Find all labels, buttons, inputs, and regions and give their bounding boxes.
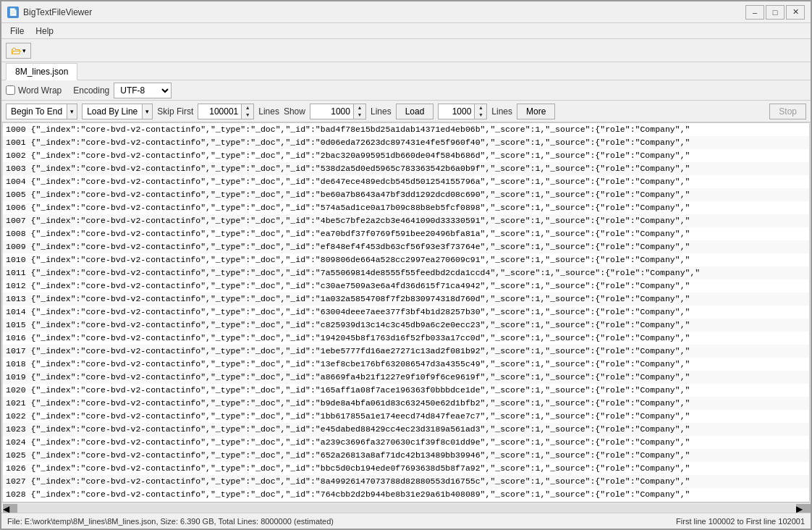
toolbar-load: Begin To End ▾ Load By Line ▾ Skip First… [1,101,811,122]
more-button[interactable]: More [517,104,555,119]
load-by-line-label: Load By Line [83,104,143,119]
table-row: 1004 {"_index":"core-bvd-v2-contactinfo"… [3,175,809,188]
skip-first-label: Skip First [157,106,193,117]
folder-icon: 🗁 [11,45,21,56]
status-right: First line 100002 to First line 102001 [676,517,805,526]
table-row: 1015 {"_index":"core-bvd-v2-contactinfo"… [3,319,809,332]
lines-label-2: Lines [371,106,392,117]
right-spinner-up[interactable]: ▲ [475,104,486,112]
table-row: 1022 {"_index":"core-bvd-v2-contactinfo"… [3,410,809,423]
table-row: 1028 {"_index":"core-bvd-v2-contactinfo"… [3,488,809,501]
encoding-select[interactable]: UTF-8 UTF-16 ASCII ISO-8859-1 [114,83,172,98]
show-spinner-btns: ▲ ▼ [353,104,366,119]
content-text: 1000 {"_index":"core-bvd-v2-contactinfo"… [3,123,809,502]
menu-help[interactable]: Help [30,25,59,37]
skip-first-up[interactable]: ▲ [242,104,253,112]
skip-first-down[interactable]: ▼ [242,112,253,119]
content-area[interactable]: 1000 {"_index":"core-bvd-v2-contactinfo"… [2,122,810,502]
skip-first-spinner: 100001 ▲ ▼ [198,104,254,119]
table-row: 1012 {"_index":"core-bvd-v2-contactinfo"… [3,279,809,293]
load-button[interactable]: Load [396,104,434,119]
begin-to-end-label: Begin To End [7,104,67,119]
table-row: 1016 {"_index":"core-bvd-v2-contactinfo"… [3,332,809,345]
table-row: 1021 {"_index":"core-bvd-v2-contactinfo"… [3,397,809,410]
folder-dropdown-arrow: ▾ [22,47,26,54]
horizontal-scrollbar[interactable]: ◀ ▶ [1,502,811,513]
word-wrap-label: Word Wrap [18,85,62,96]
status-bar: File: E:\work\temp\8M_lines\8M_lines.jso… [1,513,811,529]
menu-file[interactable]: File [4,25,30,37]
show-spinner: 1000 ▲ ▼ [310,104,366,119]
tab-8m-lines[interactable]: 8M_lines.json [6,63,77,80]
table-row: 1023 {"_index":"core-bvd-v2-contactinfo"… [3,423,809,436]
open-folder-button[interactable]: 🗁 ▾ [6,43,31,59]
scroll-track[interactable] [17,504,796,513]
toolbar-options: Word Wrap Encoding UTF-8 UTF-16 ASCII IS… [1,80,811,101]
right-spinner-input[interactable]: 1000 [438,104,474,119]
show-up[interactable]: ▲ [354,104,365,112]
status-left: File: E:\work\temp\8M_lines\8M_lines.jso… [7,517,676,526]
table-row: 1026 {"_index":"core-bvd-v2-contactinfo"… [3,462,809,475]
title-bar-controls: – □ ✕ [745,5,805,20]
table-row: 1007 {"_index":"core-bvd-v2-contactinfo"… [3,214,809,227]
skip-first-spinner-btns: ▲ ▼ [241,104,254,119]
close-button[interactable]: ✕ [786,5,805,20]
word-wrap-option: Word Wrap [6,85,62,96]
skip-first-input[interactable]: 100001 [198,104,241,119]
app-icon: 📄 [7,7,19,18]
table-row: 1013 {"_index":"core-bvd-v2-contactinfo"… [3,293,809,306]
table-row: 1003 {"_index":"core-bvd-v2-contactinfo"… [3,162,809,175]
show-label: Show [284,106,305,117]
toolbar-folder: 🗁 ▾ [1,39,811,62]
right-spinner-down[interactable]: ▼ [475,112,486,119]
title-bar: 📄 BigTextFileViewer – □ ✕ [1,1,811,23]
table-row: 1000 {"_index":"core-bvd-v2-contactinfo"… [3,123,809,136]
table-row: 1024 {"_index":"core-bvd-v2-contactinfo"… [3,436,809,449]
scroll-left-arrow[interactable]: ◀ [3,504,17,513]
app-window: 📄 BigTextFileViewer – □ ✕ File Help 🗁 ▾ … [0,0,812,530]
begin-to-end-dropdown[interactable]: Begin To End ▾ [6,104,77,119]
table-row: 1009 {"_index":"core-bvd-v2-contactinfo"… [3,240,809,253]
encoding-label: Encoding [73,85,109,96]
table-row: 1017 {"_index":"core-bvd-v2-contactinfo"… [3,345,809,358]
table-row: 1018 {"_index":"core-bvd-v2-contactinfo"… [3,358,809,371]
menu-bar: File Help [1,23,811,39]
show-down[interactable]: ▼ [354,112,365,119]
table-row: 1010 {"_index":"core-bvd-v2-contactinfo"… [3,253,809,266]
table-row: 1001 {"_index":"core-bvd-v2-contactinfo"… [3,136,809,149]
table-row: 1025 {"_index":"core-bvd-v2-contactinfo"… [3,449,809,462]
table-row: 1006 {"_index":"core-bvd-v2-contactinfo"… [3,201,809,214]
word-wrap-checkbox[interactable] [6,85,15,95]
table-row: 1005 {"_index":"core-bvd-v2-contactinfo"… [3,188,809,201]
load-by-line-arrow: ▾ [143,104,152,119]
table-row: 1027 {"_index":"core-bvd-v2-contactinfo"… [3,475,809,488]
app-title: BigTextFileViewer [23,7,92,17]
table-row: 1008 {"_index":"core-bvd-v2-contactinfo"… [3,227,809,240]
right-spinner: 1000 ▲ ▼ [438,104,487,119]
right-spinner-btns: ▲ ▼ [474,104,487,119]
lines-label-3: Lines [491,106,512,117]
scroll-right-arrow[interactable]: ▶ [796,504,811,513]
load-by-line-dropdown[interactable]: Load By Line ▾ [82,104,153,119]
minimize-button[interactable]: – [745,5,764,20]
table-row: 1002 {"_index":"core-bvd-v2-contactinfo"… [3,149,809,162]
begin-to-end-arrow: ▾ [67,104,77,119]
table-row: 1011 {"_index":"core-bvd-v2-contactinfo"… [3,266,809,279]
table-row: 1020 {"_index":"core-bvd-v2-contactinfo"… [3,384,809,397]
title-bar-left: 📄 BigTextFileViewer [7,7,92,18]
tab-bar: 8M_lines.json [1,62,811,80]
table-row: 1014 {"_index":"core-bvd-v2-contactinfo"… [3,306,809,319]
maximize-button[interactable]: □ [766,5,784,20]
stop-button[interactable]: Stop [769,104,806,119]
show-input[interactable]: 1000 [310,104,353,119]
table-row: 1019 {"_index":"core-bvd-v2-contactinfo"… [3,371,809,384]
lines-label-1: Lines [258,106,279,117]
